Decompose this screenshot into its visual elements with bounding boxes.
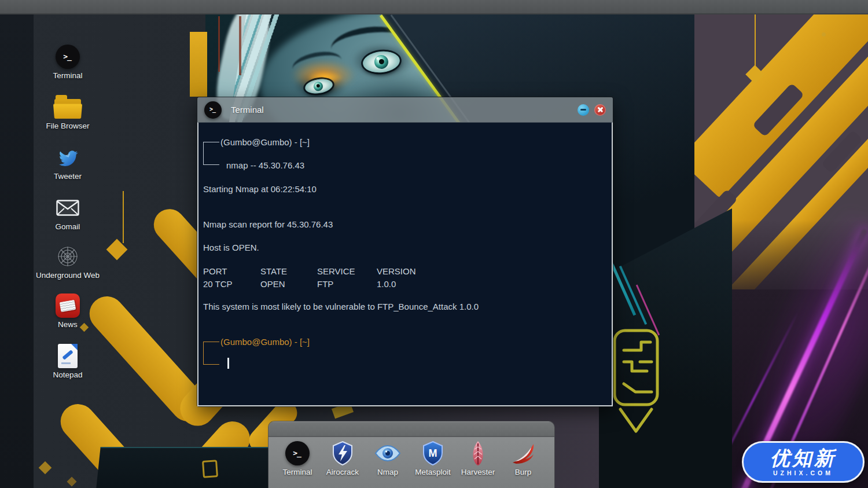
wallpaper-shape [239,16,241,75]
wallpaper-shape [755,14,756,68]
feather-icon [470,440,486,467]
desktop-icon-label: Tweeter [54,172,82,181]
dock-items: >_ Terminal Airocrack [269,437,554,488]
prompt-bracket [203,342,219,365]
desktop-icon-terminal[interactable]: >_ Terminal [32,44,103,80]
desktop-icon-label: Notepad [53,370,82,379]
wallpaper-emblem-outline [606,327,664,440]
desktop-icon-label: Gomail [56,222,80,231]
table-header: PORT [203,266,260,276]
terminal-line: Host is OPEN. [203,243,259,252]
desktop-icon-gomail[interactable]: Gomail [32,195,103,231]
terminal-line: Starting Nmap at 06:22:54:10 [203,184,317,194]
window-title: Terminal [231,105,264,115]
shield-m-icon: M [421,440,444,467]
dock-item-label: Terminal [282,468,312,476]
terminal-icon: >_ [56,44,80,69]
dock-item-airocrack[interactable]: Airocrack [320,440,365,488]
envelope-icon [56,195,79,221]
dock-item-metasploit[interactable]: M Metasploit [410,440,455,488]
text-cursor [227,358,229,369]
table-cell: FTP [317,279,377,289]
dock-item-label: Airocrack [326,468,359,476]
close-button[interactable] [594,104,606,116]
newspaper-icon [56,293,80,318]
desktop-icon-label: Terminal [53,71,82,80]
terminal-glyph: >_ [293,449,301,457]
wallpaper-shape [202,460,218,478]
dock-item-nmap[interactable]: Nmap [365,440,410,488]
table-header: VERSION [377,266,416,276]
dock-item-terminal[interactable]: >_ Terminal [275,440,320,488]
shell-prompt: (Gumbo@Gumbo) - [~] [198,337,612,383]
watermark-title: 优知新 [770,448,836,468]
wallpaper-shape [106,239,128,260]
dock-item-label: Metasploit [415,468,451,476]
desktop-icon-file-browser[interactable]: File Browser [32,94,103,130]
dock-item-harvester[interactable]: Harvester [455,440,501,488]
spiderweb-icon [56,244,79,269]
terminal-icon: >_ [204,101,222,119]
scan-result-table: PORT STATE SERVICE VERSION 20 TCP OPEN F… [203,266,416,289]
window-controls [578,104,606,116]
terminal-icon: >_ [285,440,310,467]
wallpaper-shape [822,32,826,36]
terminal-output-area[interactable]: (Gumbo@Gumbo) - [~] nmap -- 45.30.76.43 … [197,122,613,406]
prompt-command: nmap -- 45.30.76.43 [226,160,304,170]
prompt-bracket [203,142,219,165]
notepad-icon [58,343,78,369]
watermark-subtitle: UZHIX.COM [773,469,833,476]
flame-swoosh-icon [510,440,536,467]
shield-lightning-icon [331,440,354,467]
dock-item-burp[interactable]: Burp [501,440,546,488]
shell-prompt: (Gumbo@Gumbo) - [~] nmap -- 45.30.76.43 [198,137,612,184]
table-cell: 20 TCP [203,279,260,289]
wallpaper-shape [123,191,124,243]
desktop: >_ Terminal File Browser Tweeter [0,0,868,488]
table-header: STATE [260,266,317,276]
desktop-icon-label: News [58,320,78,329]
prompt-context: (Gumbo@Gumbo) - [~] [220,337,310,347]
terminal-line: Nmap scan report for 45.30.76.43 [203,219,333,229]
desktop-icon-label: Underground Web [36,271,100,280]
table-cell: OPEN [260,279,317,289]
desktop-icon-label: File Browser [46,122,89,130]
desktop-icon-column: >_ Terminal File Browser Tweeter [32,0,103,488]
dock-item-label: Burp [515,468,532,476]
wallpaper-shape [218,16,220,72]
table-header: SERVICE [317,266,377,276]
terminal-line: This system is most likely to be vulnera… [203,302,479,311]
watermark-badge: 优知新 UZHIX.COM [742,441,865,483]
dock-item-label: Harvester [461,468,495,476]
table-cell: 1.0.0 [377,279,416,289]
bird-icon [56,145,79,170]
desktop-icon-notepad[interactable]: Notepad [32,343,103,379]
metasploit-letter: M [429,447,437,459]
terminal-glyph: >_ [63,52,71,61]
desktop-icon-tweeter[interactable]: Tweeter [32,145,103,181]
terminal-window: >_ Terminal (Gumbo@Gumbo) - [~] nmap -- … [197,97,613,407]
folder-icon [54,94,81,120]
wallpaper-shape [0,14,34,488]
system-topbar [0,0,868,14]
dock: >_ Terminal Airocrack [269,421,554,488]
minimize-button[interactable] [578,104,589,116]
terminal-titlebar[interactable]: >_ Terminal [197,97,613,122]
terminal-glyph: >_ [209,106,215,112]
wallpaper-shape [190,32,207,97]
desktop-icon-news[interactable]: News [32,293,103,329]
eye-icon [374,440,401,467]
dock-handle[interactable] [269,421,554,437]
desktop-icon-underground-web[interactable]: Underground Web [32,244,103,280]
prompt-context: (Gumbo@Gumbo) - [~] [220,137,310,147]
dock-item-label: Nmap [377,468,398,476]
